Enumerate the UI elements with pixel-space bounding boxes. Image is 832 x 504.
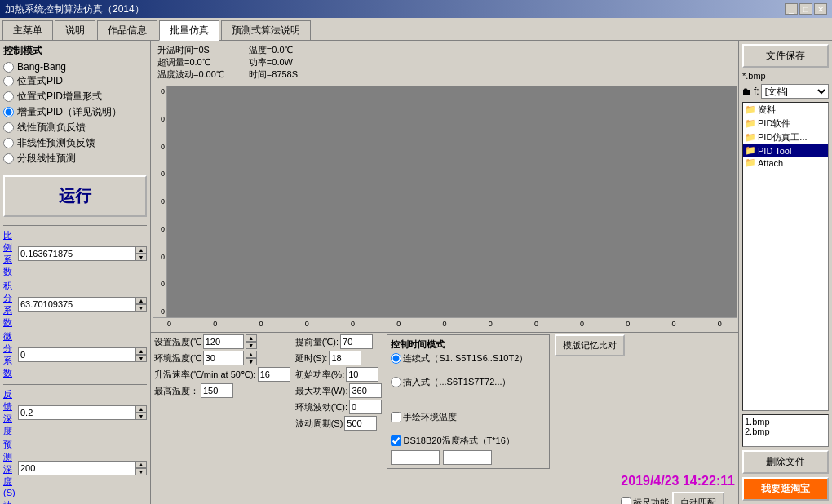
set-temp-input[interactable] <box>203 334 244 349</box>
rise-rate-label: 升温速率(℃/min at 50℃): <box>154 369 256 381</box>
menu-tabs: 主菜单 说明 作品信息 批量仿真 预测式算法说明 <box>0 18 832 41</box>
integral-down[interactable]: ▼ <box>135 304 147 312</box>
set-temp-down[interactable]: ▼ <box>246 342 257 349</box>
separator2 <box>3 384 147 385</box>
env-temp-label: 环境温度(℃ <box>154 352 201 365</box>
control-mode-group: Bang-Bang 位置式PID 位置式PID增量形式 增量式PID（详见说明）… <box>3 61 147 166</box>
taobao-button[interactable]: 我要逛淘宝 <box>742 477 829 501</box>
chart-canvas <box>153 86 737 317</box>
mode-text-input2[interactable] <box>443 450 492 465</box>
chart-info-right: 温度=0.0℃ 功率=0.0W 时间=8758S <box>249 44 298 81</box>
control-time-mode-title: 控制时间模式 <box>391 338 546 351</box>
chart-info: 升温时间=0S 超调量=0.0℃ 温度波动=0.00℃ 温度=0.0℃ 功率=0… <box>151 41 738 84</box>
env-temp-up[interactable]: ▲ <box>246 351 257 358</box>
file-item-2[interactable]: 2.bmp <box>745 427 826 436</box>
folder-label-pid-software: PID软件 <box>758 117 790 130</box>
bottom-controls-area: 设置温度(℃ ▲ ▼ 环境温度(℃ ▲ ▼ 升温速率(℃/m <box>151 332 738 504</box>
radio-linear-predict[interactable]: 线性预测负反馈 <box>3 121 147 135</box>
ds18b20-check[interactable]: DS18B20温度格式（T*16） <box>391 435 546 447</box>
feedback-up[interactable]: ▲ <box>135 405 147 413</box>
continuous-mode-radio[interactable]: 连续式（S1..S5T1S6..S10T2） <box>391 352 546 365</box>
max-power-row: 最大功率(W): <box>295 383 383 398</box>
env-temp-down[interactable]: ▼ <box>246 358 257 365</box>
proportional-down[interactable]: ▼ <box>135 254 147 261</box>
radio-incremental-pid[interactable]: 增量式PID（详见说明） <box>3 105 147 119</box>
control-mode-title: 控制模式 <box>3 44 147 58</box>
env-temp-input[interactable] <box>203 351 244 365</box>
integral-label: 积分系数 <box>3 280 18 329</box>
prediction-spinner[interactable]: ▲ ▼ <box>135 461 147 475</box>
datetime-display: 2019/4/23 14:22:11 <box>621 474 735 489</box>
window-title: 加热系统控制算法仿真（2014） <box>5 2 144 16</box>
drive-dropdown[interactable]: [文档] <box>761 84 829 99</box>
proportional-input[interactable] <box>18 246 135 261</box>
prediction-up[interactable]: ▲ <box>135 461 147 468</box>
derivative-label: 微分系数 <box>3 330 18 379</box>
set-temp-up[interactable]: ▲ <box>246 334 257 342</box>
prediction-down[interactable]: ▼ <box>135 468 147 475</box>
integral-up[interactable]: ▲ <box>135 297 147 304</box>
close-button[interactable]: ✕ <box>814 3 827 15</box>
derivative-row: 微分系数 ▲ ▼ <box>3 330 147 379</box>
auto-match-button[interactable]: 自动匹配 <box>672 492 724 504</box>
proportional-spinner[interactable]: ▲ ▼ <box>135 246 147 261</box>
insert-mode-radio[interactable]: 插入式（...S6T1S7T72...） <box>391 376 546 388</box>
chart-area: 0 0 0 0 0 0 0 0 0 0 0 0 0 0 0 0 <box>153 86 737 330</box>
proportional-up[interactable]: ▲ <box>135 246 147 254</box>
hand-draw-check[interactable]: 手绘环境温度 <box>391 411 546 423</box>
integral-spinner[interactable]: ▲ ▼ <box>135 297 147 312</box>
ripple-period-input[interactable] <box>344 416 377 431</box>
folder-item-attach[interactable]: 📁 Attach <box>743 157 828 169</box>
folder-label-resources: 资料 <box>758 104 776 116</box>
rise-rate-input[interactable] <box>258 367 290 382</box>
tab-main-menu[interactable]: 主菜单 <box>2 20 53 40</box>
tab-description[interactable]: 说明 <box>55 20 95 40</box>
delay-input[interactable] <box>329 351 361 365</box>
max-power-input[interactable] <box>349 383 382 398</box>
mode-text-input1[interactable] <box>391 450 440 465</box>
file-item-1[interactable]: 1.bmp <box>745 417 826 427</box>
ruler-check[interactable]: 标尺功能 <box>621 497 669 504</box>
folder-icon-pid-sim-tools: 📁 <box>745 132 756 143</box>
integral-input[interactable] <box>18 297 135 312</box>
run-button[interactable]: 运行 <box>3 175 147 217</box>
tab-batch-simulation[interactable]: 批量仿真 <box>159 20 219 41</box>
folder-icon-resources: 📁 <box>745 104 756 115</box>
feedback-spinner[interactable]: ▲ ▼ <box>135 405 147 420</box>
radio-position-pid[interactable]: 位置式PID <box>3 74 147 88</box>
tab-prediction-description[interactable]: 预测式算法说明 <box>221 20 311 40</box>
file-save-button[interactable]: 文件保存 <box>742 44 829 68</box>
deadzone-row: 速室补偿值(S) ▲ ▼ <box>3 499 147 504</box>
prediction-input[interactable] <box>18 461 135 475</box>
env-ripple-input[interactable] <box>349 400 382 414</box>
radio-position-pid-incremental[interactable]: 位置式PID增量形式 <box>3 90 147 104</box>
folder-item-pid-sim-tools[interactable]: 📁 PID仿真工... <box>743 130 828 144</box>
init-power-input[interactable] <box>346 367 378 382</box>
radio-bangbang[interactable]: Bang-Bang <box>3 61 147 73</box>
sim-time: 时间=8758S <box>249 69 298 81</box>
max-temp-input[interactable] <box>201 383 233 398</box>
delete-file-button[interactable]: 删除文件 <box>742 450 829 474</box>
chart-info-left: 升温时间=0S 超调量=0.0℃ 温度波动=0.00℃ <box>157 44 224 81</box>
advance-input[interactable] <box>340 334 373 349</box>
derivative-spinner[interactable]: ▲ ▼ <box>135 347 147 362</box>
tab-product-info[interactable]: 作品信息 <box>97 20 157 40</box>
mode-memory-compare-button[interactable]: 模版记忆比对 <box>555 334 625 356</box>
folder-label-pid-sim-tools: PID仿真工... <box>758 131 808 144</box>
folder-item-pid-software[interactable]: 📁 PID软件 <box>743 117 828 130</box>
minimize-button[interactable]: _ <box>785 3 798 15</box>
feedback-down[interactable]: ▼ <box>135 413 147 420</box>
feedback-input[interactable] <box>18 405 135 420</box>
derivative-down[interactable]: ▼ <box>135 355 147 362</box>
set-temp-spinner[interactable]: ▲ ▼ <box>246 334 257 349</box>
env-temp-spinner[interactable]: ▲ ▼ <box>246 351 257 365</box>
env-temp-row: 环境温度(℃ ▲ ▼ <box>154 351 290 365</box>
folder-item-pid-tool[interactable]: 📁 PID Tool <box>743 144 828 157</box>
derivative-input[interactable] <box>18 347 135 362</box>
env-ripple-row: 环境波动(℃): <box>295 400 383 414</box>
folder-item-resources[interactable]: 📁 资料 <box>743 103 828 117</box>
radio-segmented-predict[interactable]: 分段线性预测 <box>3 152 147 166</box>
derivative-up[interactable]: ▲ <box>135 347 147 355</box>
radio-nonlinear-predict[interactable]: 非线性预测负反馈 <box>3 136 147 150</box>
maximize-button[interactable]: □ <box>799 3 812 15</box>
